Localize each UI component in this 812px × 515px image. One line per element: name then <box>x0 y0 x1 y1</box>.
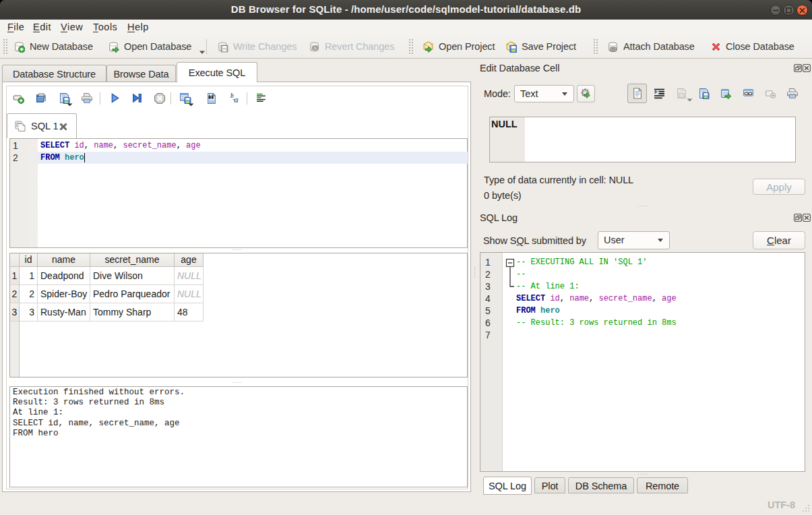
svg-text:b: b <box>230 92 234 99</box>
